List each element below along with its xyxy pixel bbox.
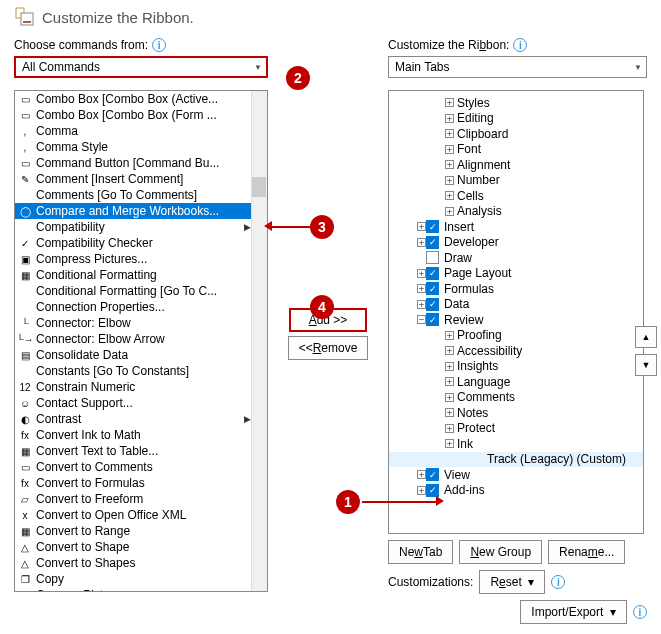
tree-item[interactable]: + Analysis xyxy=(389,204,643,220)
expander-icon[interactable]: + xyxy=(417,300,426,309)
expander-icon[interactable]: + xyxy=(445,424,454,433)
command-item[interactable]: ▦Conditional Formatting xyxy=(15,267,267,283)
command-item[interactable]: Conditional Formatting [Go To C... xyxy=(15,283,267,299)
expander-icon[interactable]: + xyxy=(445,439,454,448)
tree-item[interactable]: Draw xyxy=(389,250,643,266)
command-item[interactable]: ,Comma xyxy=(15,123,267,139)
tree-item[interactable]: + Accessibility xyxy=(389,343,643,359)
rename-button[interactable]: Rename... xyxy=(548,540,625,564)
info-icon[interactable]: i xyxy=(152,38,166,52)
tree-item[interactable]: + Page Layout xyxy=(389,266,643,282)
checkbox[interactable] xyxy=(426,298,439,311)
command-item[interactable]: ▱Convert to Freeform xyxy=(15,491,267,507)
command-item[interactable]: fxConvert Ink to Math xyxy=(15,427,267,443)
reset-button[interactable]: Reset ▾ xyxy=(479,570,545,594)
command-item[interactable]: └→Connector: Elbow Arrow xyxy=(15,331,267,347)
command-item[interactable]: ◐Contrast▶ xyxy=(15,411,267,427)
scrollbar[interactable] xyxy=(251,91,267,591)
tree-item[interactable]: + Comments xyxy=(389,390,643,406)
expander-icon[interactable]: + xyxy=(417,222,426,231)
expander-icon[interactable]: + xyxy=(445,408,454,417)
command-item[interactable]: ❐Copy xyxy=(15,571,267,587)
tree-item[interactable]: + Editing xyxy=(389,111,643,127)
command-item[interactable]: ▣Compress Pictures... xyxy=(15,251,267,267)
tree-item[interactable]: + View xyxy=(389,467,643,483)
tree-item[interactable]: + Add-ins xyxy=(389,483,643,499)
expander-icon[interactable]: + xyxy=(445,362,454,371)
info-icon[interactable]: i xyxy=(551,575,565,589)
expander-icon[interactable]: + xyxy=(445,331,454,340)
expander-icon[interactable]: + xyxy=(445,98,454,107)
command-item[interactable]: ▦Convert Text to Table... xyxy=(15,443,267,459)
tree-item[interactable]: Track (Leagacy) (Custom) xyxy=(389,452,643,468)
command-item[interactable]: ▭Combo Box [Combo Box (Active... xyxy=(15,91,267,107)
choose-commands-dropdown[interactable]: All Commands ▼ xyxy=(14,56,268,78)
tree-item[interactable]: + Insert xyxy=(389,219,643,235)
checkbox[interactable] xyxy=(426,484,439,497)
command-item[interactable]: xConvert to Open Office XML xyxy=(15,507,267,523)
command-item[interactable]: ✓Compatibility Checker xyxy=(15,235,267,251)
tree-item[interactable]: + Alignment xyxy=(389,157,643,173)
command-item[interactable]: ☺Contact Support... xyxy=(15,395,267,411)
tree-item[interactable]: + Clipboard xyxy=(389,126,643,142)
expander-icon[interactable]: + xyxy=(445,114,454,123)
command-item[interactable]: ❐Copy as Picture... xyxy=(15,587,267,592)
command-item[interactable]: ▤Consolidate Data xyxy=(15,347,267,363)
expander-icon[interactable]: + xyxy=(445,393,454,402)
info-icon[interactable]: i xyxy=(513,38,527,52)
new-group-button[interactable]: New Group xyxy=(459,540,542,564)
move-down-button[interactable]: ▼ xyxy=(635,354,657,376)
checkbox[interactable] xyxy=(426,251,439,264)
expander-icon[interactable]: − xyxy=(417,315,426,324)
expander-icon[interactable]: + xyxy=(445,145,454,154)
command-item[interactable]: Comments [Go To Comments] xyxy=(15,187,267,203)
checkbox[interactable] xyxy=(426,282,439,295)
command-item[interactable]: ,Comma Style xyxy=(15,139,267,155)
command-item[interactable]: Connection Properties... xyxy=(15,299,267,315)
command-item[interactable]: △Convert to Shapes xyxy=(15,555,267,571)
tree-item[interactable]: − Review xyxy=(389,312,643,328)
tree-item[interactable]: + Language xyxy=(389,374,643,390)
expander-icon[interactable]: + xyxy=(445,207,454,216)
command-item[interactable]: fxConvert to Formulas xyxy=(15,475,267,491)
tree-item[interactable]: + Proofing xyxy=(389,328,643,344)
expander-icon[interactable]: + xyxy=(417,284,426,293)
tree-item[interactable]: + Formulas xyxy=(389,281,643,297)
checkbox[interactable] xyxy=(426,468,439,481)
tree-item[interactable]: + Protect xyxy=(389,421,643,437)
command-item[interactable]: ▭Combo Box [Combo Box (Form ... xyxy=(15,107,267,123)
command-item[interactable]: △Convert to Shape xyxy=(15,539,267,555)
tree-item[interactable]: + Font xyxy=(389,142,643,158)
tree-item[interactable]: + Ink xyxy=(389,436,643,452)
checkbox[interactable] xyxy=(426,236,439,249)
expander-icon[interactable]: + xyxy=(417,238,426,247)
expander-icon[interactable]: + xyxy=(445,191,454,200)
commands-listbox[interactable]: ▭Combo Box [Combo Box (Active...▭Combo B… xyxy=(14,90,268,592)
command-item[interactable]: └Connector: Elbow xyxy=(15,315,267,331)
checkbox[interactable] xyxy=(426,267,439,280)
customize-ribbon-dropdown[interactable]: Main Tabs ▼ xyxy=(388,56,647,78)
tree-item[interactable]: + Insights xyxy=(389,359,643,375)
tree-item[interactable]: + Developer xyxy=(389,235,643,251)
command-item[interactable]: Compatibility▶ xyxy=(15,219,267,235)
command-item[interactable]: Constants [Go To Constants] xyxy=(15,363,267,379)
expander-icon[interactable]: + xyxy=(445,346,454,355)
new-tab-button[interactable]: New Tab xyxy=(388,540,453,564)
command-item[interactable]: 12Constrain Numeric xyxy=(15,379,267,395)
checkbox[interactable] xyxy=(426,220,439,233)
tree-item[interactable]: + Data xyxy=(389,297,643,313)
expander-icon[interactable]: + xyxy=(417,470,426,479)
tree-item[interactable]: + Styles xyxy=(389,95,643,111)
command-item[interactable]: ✎Comment [Insert Comment] xyxy=(15,171,267,187)
move-up-button[interactable]: ▲ xyxy=(635,326,657,348)
import-export-button[interactable]: Import/Export ▾ xyxy=(520,600,627,624)
tree-item[interactable]: + Cells xyxy=(389,188,643,204)
ribbon-tree[interactable]: + Styles+ Editing+ Clipboard+ Font+ Alig… xyxy=(388,90,644,534)
command-item[interactable]: ▭Convert to Comments xyxy=(15,459,267,475)
command-item[interactable]: ▦Convert to Range xyxy=(15,523,267,539)
checkbox[interactable] xyxy=(426,313,439,326)
tree-item[interactable]: + Number xyxy=(389,173,643,189)
remove-button[interactable]: << Remove xyxy=(288,336,369,360)
tree-item[interactable]: + Notes xyxy=(389,405,643,421)
expander-icon[interactable]: + xyxy=(417,269,426,278)
